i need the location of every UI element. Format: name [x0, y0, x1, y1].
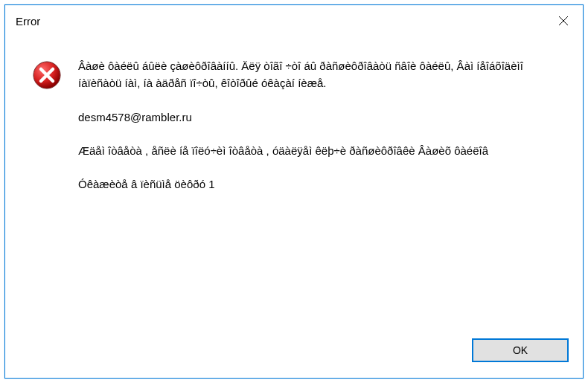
icon-column	[32, 57, 62, 314]
error-icon	[32, 60, 62, 90]
button-row: OK	[5, 329, 583, 378]
titlebar: Error	[5, 5, 583, 36]
error-dialog: Error	[4, 4, 584, 379]
message-paragraph: Æäåì îòâåòà , åñëè íå ïîëó÷èì îòâåòà , ó…	[78, 142, 556, 159]
ok-button[interactable]: OK	[473, 339, 568, 361]
message-text: Âàøè ôàéëû áûëè çàøèôðîâàííû. Äëÿ òîãî ÷…	[78, 57, 556, 314]
message-email: desm4578@rambler.ru	[78, 109, 556, 126]
message-paragraph: Âàøè ôàéëû áûëè çàøèôðîâàííû. Äëÿ òîãî ÷…	[78, 57, 556, 92]
close-button[interactable]	[544, 5, 583, 36]
dialog-title: Error	[16, 15, 40, 28]
close-icon	[558, 16, 569, 26]
dialog-content: Âàøè ôàéëû áûëè çàøèôðîâàííû. Äëÿ òîãî ÷…	[5, 36, 583, 329]
message-paragraph: Óêàæèòå â ïèñüìå öèôðó 1	[78, 176, 556, 193]
